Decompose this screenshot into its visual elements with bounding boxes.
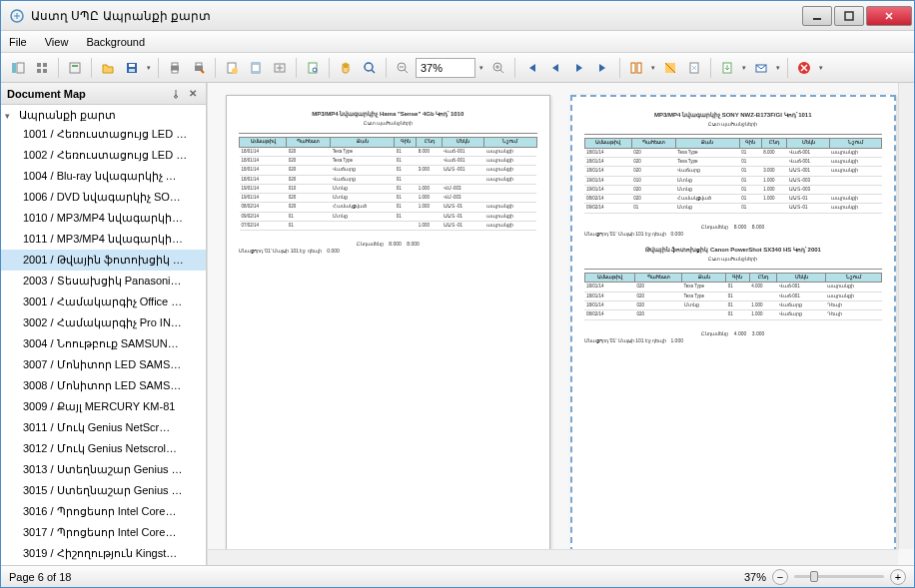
last-page-button[interactable]: [592, 57, 614, 79]
page-info: Page 6 of 18: [9, 571, 71, 583]
save-button[interactable]: [121, 57, 143, 79]
zoom-dropdown-icon[interactable]: ▾: [477, 64, 485, 72]
menu-background[interactable]: Background: [86, 36, 145, 48]
minimize-button[interactable]: [802, 6, 832, 26]
thumbnails-button[interactable]: [31, 57, 53, 79]
svg-point-27: [365, 63, 373, 71]
watermark-button[interactable]: [683, 57, 705, 79]
color-button[interactable]: [659, 57, 681, 79]
tree-item[interactable]: 3009 / Քայլ MERCURY KM-81: [1, 396, 206, 417]
tree-item[interactable]: 3019 / Հիշողություն Kingst…: [1, 543, 206, 564]
close-preview-button[interactable]: [793, 57, 815, 79]
vertical-scrollbar[interactable]: [898, 83, 914, 549]
zoom-input[interactable]: [416, 58, 475, 78]
page-setup-button[interactable]: [221, 57, 243, 79]
tree-item[interactable]: 1001 / Հեռուստացույց LED …: [1, 124, 206, 145]
save-dropdown-icon[interactable]: ▾: [145, 64, 153, 72]
separator: [329, 58, 330, 78]
email-button[interactable]: [750, 57, 772, 79]
close-panel-icon[interactable]: ✕: [186, 87, 200, 101]
separator: [787, 58, 788, 78]
collapse-icon[interactable]: ▾: [5, 111, 15, 121]
preview-area[interactable]: MP3/MP4 նվագարկիչ Hama "Sense" 4Gb Կոդ՝ …: [207, 83, 914, 565]
hand-tool-button[interactable]: [335, 57, 357, 79]
zoom-in-status-button[interactable]: +: [890, 569, 906, 585]
tree-item[interactable]: 3011 / Մուկ Genius NetScr…: [1, 417, 206, 438]
multipage-dropdown-icon[interactable]: ▾: [649, 64, 657, 72]
tree-item[interactable]: 3002 / Համակարգիչ Pro IN…: [1, 312, 206, 333]
open-button[interactable]: [97, 57, 119, 79]
svg-rect-31: [637, 63, 641, 73]
tree-item[interactable]: 3004 / Նոութբուք SAMSUN…: [1, 333, 206, 354]
tree-item[interactable]: 3017 / Պրոցեսոր Intel Core…: [1, 522, 206, 543]
tree-item[interactable]: 3008 / Մոնիտոր LED SAMS…: [1, 375, 206, 396]
separator: [158, 58, 159, 78]
docmap-toggle-button[interactable]: [7, 57, 29, 79]
menu-file[interactable]: File: [9, 36, 27, 48]
app-window: Աստղ ՍՊԸ Ապրանքի քարտ File View Backgrou…: [0, 0, 915, 588]
tree-item[interactable]: 3013 / Ստեղնաշար Genius …: [1, 459, 206, 480]
menubar: File View Background: [1, 31, 914, 53]
zoom-slider[interactable]: [794, 575, 884, 578]
zoom-slider-group: 37% − +: [744, 569, 906, 585]
report-subtitle-2: Ըստ պահանջների: [584, 256, 883, 263]
report-table: ԱմսաթիվՊահեստՔանԳինԸնդՄեկնՆշում 18/01/14…: [239, 137, 537, 231]
tree-item[interactable]: 3007 / Մոնիտոր LED SAMS…: [1, 354, 206, 375]
magnifier-button[interactable]: [359, 57, 381, 79]
toolbar: ▾ ▾ ▾ ▾ ▾ ▾: [1, 53, 914, 83]
tree-item[interactable]: 2003 / Տեսախցիկ Panasoni…: [1, 271, 206, 292]
scale-button[interactable]: [269, 57, 291, 79]
tree-root[interactable]: ▾ Ապրանքի քարտ: [1, 107, 206, 124]
zoom-slider-thumb[interactable]: [810, 571, 818, 582]
tree-item[interactable]: 1002 / Հեռուստացույց LED …: [1, 145, 206, 166]
close-dropdown-icon[interactable]: ▾: [817, 64, 825, 72]
zoom-out-button[interactable]: [392, 57, 414, 79]
tree-item[interactable]: 1004 / Blu-ray նվագարկիչ …: [1, 166, 206, 187]
tree-item[interactable]: 1010 / MP3/MP4 նվագարկի…: [1, 208, 206, 229]
close-button[interactable]: [866, 6, 912, 26]
tree-item[interactable]: 1011 / MP3/MP4 նվագարկի…: [1, 229, 206, 250]
preview-page-left[interactable]: MP3/MP4 նվագարկիչ Hama "Sense" 4Gb Կոդ՝ …: [226, 95, 550, 553]
tree-item[interactable]: 2001 / Թվային ֆոտոխցիկ …: [1, 250, 206, 271]
tree-item[interactable]: 3001 / Համակարգիչ Office …: [1, 292, 206, 312]
document-map-title: Document Map: [7, 88, 86, 100]
separator: [215, 58, 216, 78]
quickprint-button[interactable]: [188, 57, 210, 79]
menu-view[interactable]: View: [45, 36, 69, 48]
zoom-percent: 37%: [744, 571, 766, 583]
tree-root-label: Ապրանքի քարտ: [19, 109, 116, 122]
tree-item[interactable]: 3012 / Մուկ Genius Netscrol…: [1, 438, 206, 459]
first-page-button[interactable]: [520, 57, 542, 79]
email-dropdown-icon[interactable]: ▾: [774, 64, 782, 72]
header-footer-button[interactable]: [245, 57, 267, 79]
tree-item[interactable]: 1006 / DVD նվագարկիչ SO…: [1, 187, 206, 208]
horizontal-scrollbar[interactable]: [208, 549, 898, 565]
svg-rect-8: [43, 69, 47, 73]
report-title: MP3/MP4 նվագարկիչ SONY NWZ-B173F/GI Կոդ՝…: [584, 111, 883, 119]
svg-rect-3: [12, 63, 16, 73]
maximize-button[interactable]: [834, 6, 864, 26]
zoom-out-status-button[interactable]: −: [772, 569, 788, 585]
separator: [710, 58, 711, 78]
tree-item[interactable]: 3015 / Ստեղնաշար Genius …: [1, 480, 206, 501]
content-area: Document Map ✕ ▾ Ապրանքի քարտ 1001 / Հեռ…: [1, 83, 914, 565]
separator: [514, 58, 515, 78]
print-button[interactable]: [164, 57, 186, 79]
svg-rect-13: [129, 69, 135, 72]
export-button[interactable]: [716, 57, 738, 79]
next-page-button[interactable]: [568, 57, 590, 79]
prev-page-button[interactable]: [544, 57, 566, 79]
export-dropdown-icon[interactable]: ▾: [740, 64, 748, 72]
preview-page-right[interactable]: MP3/MP4 նվագարկիչ SONY NWZ-B173F/GI Կոդ՝…: [570, 95, 897, 553]
parameters-button[interactable]: [64, 57, 86, 79]
separator: [58, 58, 59, 78]
multipage-button[interactable]: [625, 57, 647, 79]
document-tree[interactable]: ▾ Ապրանքի քարտ 1001 / Հեռուստացույց LED …: [1, 105, 206, 565]
pin-icon[interactable]: [169, 87, 183, 101]
svg-rect-18: [196, 63, 202, 66]
titlebar: Աստղ ՍՊԸ Ապրանքի քարտ: [1, 1, 914, 31]
zoom-in-button[interactable]: [487, 57, 509, 79]
tree-item[interactable]: 3016 / Պրոցեսոր Intel Core…: [1, 501, 206, 522]
document-map-header: Document Map ✕: [1, 83, 206, 105]
find-button[interactable]: [302, 57, 324, 79]
